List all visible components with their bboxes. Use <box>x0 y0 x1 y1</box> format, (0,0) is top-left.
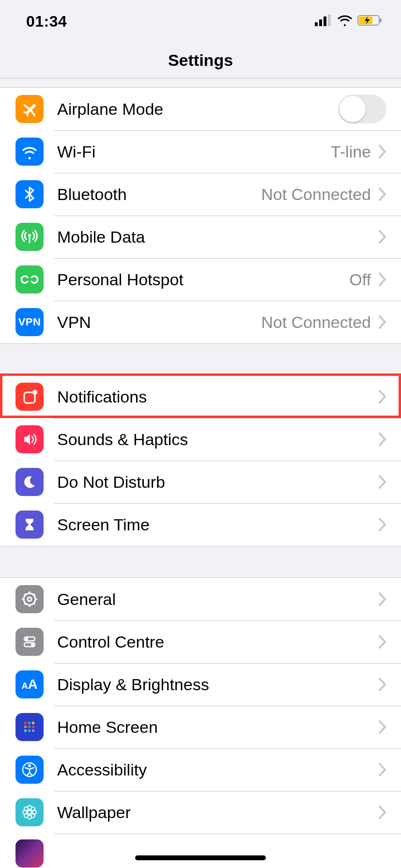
chevron-right-icon <box>379 806 386 819</box>
vpn-icon: VPN <box>15 308 44 336</box>
svg-point-44 <box>31 814 35 818</box>
page-title: Settings <box>168 51 233 70</box>
chevron-right-icon <box>379 475 386 489</box>
settings-group-system: General Control Centre AA Display & Brig… <box>0 577 401 868</box>
chevron-right-icon <box>379 720 386 734</box>
row-value: T-line <box>331 142 371 161</box>
row-value: Not Connected <box>261 185 371 204</box>
row-screen-time[interactable]: Screen Time <box>0 503 401 546</box>
svg-rect-8 <box>29 236 31 243</box>
row-label: General <box>57 590 379 609</box>
row-label: Wallpaper <box>57 803 379 822</box>
row-label: Sounds & Haptics <box>57 430 379 449</box>
row-do-not-disturb[interactable]: Do Not Disturb <box>0 461 401 503</box>
svg-rect-31 <box>24 729 27 732</box>
bluetooth-icon <box>15 180 44 208</box>
chevron-right-icon <box>379 230 386 244</box>
svg-rect-32 <box>28 729 31 732</box>
row-label: VPN <box>57 313 261 332</box>
chevron-right-icon <box>379 433 386 446</box>
chevron-right-icon <box>379 315 386 329</box>
row-vpn[interactable]: VPN VPN Not Connected <box>0 301 401 343</box>
row-wallpaper[interactable]: Wallpaper <box>0 791 401 834</box>
battery-charging-icon <box>357 15 384 28</box>
wifi-status-icon <box>337 15 353 28</box>
chevron-right-icon <box>379 592 386 606</box>
hourglass-icon <box>15 511 44 539</box>
settings-group-alerts: Notifications Sounds & Haptics Do Not Di… <box>0 375 401 546</box>
row-control-centre[interactable]: Control Centre <box>0 620 401 663</box>
svg-rect-33 <box>32 729 34 732</box>
speaker-icon <box>15 425 44 453</box>
row-label: Notifications <box>57 388 379 406</box>
row-display-brightness[interactable]: AA Display & Brightness <box>0 663 401 706</box>
row-label: Do Not Disturb <box>57 473 379 492</box>
svg-rect-25 <box>24 722 27 724</box>
wifi-icon <box>15 138 44 166</box>
accessibility-icon <box>15 756 44 784</box>
link-icon <box>15 265 44 294</box>
svg-point-24 <box>31 643 34 646</box>
airplane-icon <box>15 95 44 123</box>
row-label: Mobile Data <box>57 228 379 247</box>
svg-point-41 <box>24 807 28 811</box>
chevron-right-icon <box>379 678 386 691</box>
antenna-icon <box>15 223 44 251</box>
row-label: Control Centre <box>57 633 379 651</box>
row-value: Not Connected <box>261 313 371 332</box>
svg-rect-26 <box>28 722 31 724</box>
chevron-right-icon <box>379 187 386 201</box>
svg-point-42 <box>31 807 35 811</box>
row-cutoff[interactable] <box>0 834 401 868</box>
airplane-toggle[interactable] <box>338 94 386 124</box>
row-label: Screen Time <box>57 515 379 534</box>
row-accessibility[interactable]: Accessibility <box>0 748 401 791</box>
row-notifications[interactable]: Notifications <box>0 375 401 418</box>
chevron-right-icon <box>379 763 386 776</box>
gear-icon <box>15 585 44 613</box>
chevron-right-icon <box>379 145 386 158</box>
svg-point-22 <box>25 637 28 640</box>
svg-point-12 <box>28 597 31 601</box>
switches-icon <box>15 628 44 656</box>
row-label: Bluetooth <box>57 185 261 204</box>
svg-rect-5 <box>380 18 382 22</box>
siri-icon <box>15 839 44 868</box>
notifications-icon <box>15 383 44 411</box>
svg-rect-27 <box>32 722 34 724</box>
row-mobile-data[interactable]: Mobile Data <box>0 216 401 258</box>
svg-point-36 <box>28 810 31 814</box>
nav-header: Settings <box>0 43 401 78</box>
row-label: Accessibility <box>57 760 379 779</box>
svg-line-19 <box>24 603 26 604</box>
row-personal-hotspot[interactable]: Personal Hotspot Off <box>0 258 401 301</box>
cellular-icon <box>315 15 332 28</box>
row-label: Home Screen <box>57 718 379 737</box>
svg-point-43 <box>24 814 28 818</box>
row-airplane-mode[interactable]: Airplane Mode <box>0 88 401 130</box>
row-bluetooth[interactable]: Bluetooth Not Connected <box>0 173 401 216</box>
row-label: Airplane Mode <box>57 100 338 119</box>
svg-rect-1 <box>319 19 322 26</box>
svg-rect-28 <box>24 726 27 728</box>
row-general[interactable]: General <box>0 578 401 620</box>
moon-icon <box>15 468 44 496</box>
grid-icon <box>15 713 44 741</box>
svg-line-18 <box>33 603 35 604</box>
home-indicator <box>135 855 266 860</box>
chevron-right-icon <box>379 273 386 286</box>
svg-rect-30 <box>32 726 34 728</box>
status-bar: 01:34 <box>0 0 401 43</box>
status-indicators <box>315 15 384 28</box>
row-value: Off <box>349 270 371 289</box>
row-home-screen[interactable]: Home Screen <box>0 706 401 748</box>
aa-icon: AA <box>15 670 44 698</box>
svg-rect-3 <box>328 15 331 26</box>
row-label: Personal Hotspot <box>57 270 349 289</box>
row-label: Display & Brightness <box>57 675 379 694</box>
row-wifi[interactable]: Wi-Fi T-line <box>0 130 401 173</box>
svg-rect-2 <box>324 16 326 26</box>
row-sounds-haptics[interactable]: Sounds & Haptics <box>0 418 401 461</box>
flower-icon <box>15 798 44 826</box>
svg-point-10 <box>32 390 37 395</box>
